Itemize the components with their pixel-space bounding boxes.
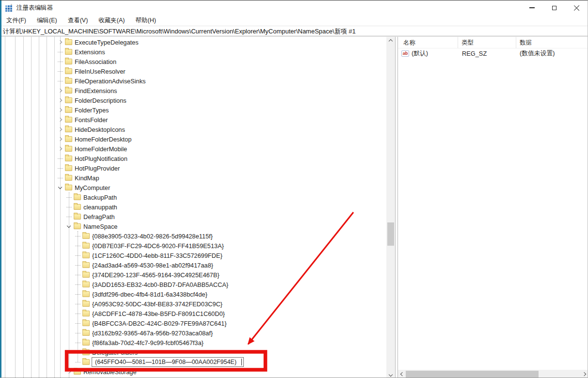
tree-item[interactable]: {088e3905-0323-4b02-9826-5d99428e115f} (0, 231, 386, 241)
tree-item[interactable]: HomeFolderDesktop (0, 134, 386, 144)
tree-item[interactable]: {d3162b92-9365-467a-956b-92703aca08af} (0, 328, 386, 338)
folder-icon (65, 175, 72, 181)
tree-item-label: {24ad3ad4-a569-4530-98e1-ab02f9417aa8} (92, 262, 213, 269)
folder-icon (65, 97, 72, 103)
tree-item[interactable]: FolderDescriptions (0, 95, 386, 105)
tree-item[interactable]: Extensions (0, 47, 386, 57)
tree-item[interactable]: DefragPath (0, 212, 386, 221)
folder-icon (82, 301, 90, 307)
chevron-right-icon[interactable] (58, 40, 62, 44)
tree-item[interactable]: {3ADD1653-EB32-4cb0-BBD7-DFA0ABB5ACCA} (0, 280, 386, 289)
column-header-data[interactable]: 数据 (516, 37, 588, 48)
chevron-right-icon[interactable] (58, 137, 62, 141)
tree-item[interactable]: {f86fa3ab-70d2-4fc7-9c99-fcbf05467f3a} (0, 338, 386, 347)
folder-icon (65, 165, 72, 171)
tree-item[interactable]: {3dfdf296-dbec-4fb4-81d1-6a3438bcf4de} (0, 289, 386, 299)
tree-item-label: KindMap (75, 174, 99, 182)
tree-connector (75, 304, 80, 304)
folder-icon (74, 204, 81, 210)
tree-item[interactable]: cleanuppath (0, 202, 386, 212)
value-list-pane[interactable]: 名称 类型 数据 ab (默认) REG_SZ (数值未设置) (398, 37, 588, 378)
tree-item[interactable]: {374DE290-123F-4565-9164-39C4925E467B} (0, 270, 386, 280)
tree-vertical-scrollbar[interactable] (386, 37, 395, 378)
tree-item[interactable]: {A8CDFF1C-4878-43be-B5FD-F8091C1C60D0} (0, 309, 386, 318)
tree-item[interactable]: HotPlugNotification (0, 154, 386, 163)
tree-pane[interactable]: ExecuteTypeDelegatesExtensionsFileAssoci… (0, 37, 386, 378)
text-caret (241, 359, 242, 365)
list-header: 名称 类型 数据 (398, 37, 588, 48)
column-header-name[interactable]: 名称 (398, 37, 458, 48)
tree-item[interactable]: FileOperationAdviseSinks (0, 76, 386, 86)
tree-item[interactable]: NameSpace (0, 221, 386, 231)
scroll-right-button[interactable] (580, 370, 588, 378)
minimize-button[interactable] (521, 0, 543, 15)
chevron-right-icon[interactable] (67, 370, 71, 374)
chevron-right-icon[interactable] (58, 98, 62, 102)
folder-icon (65, 78, 72, 84)
tree-item[interactable]: BackupPath (0, 192, 386, 202)
chevron-right-icon[interactable] (58, 89, 62, 93)
value-row-default[interactable]: ab (默认) REG_SZ (数值未设置) (398, 48, 588, 58)
folder-icon (65, 59, 72, 64)
tree-item[interactable]: {24ad3ad4-a569-4530-98e1-ab02f9417aa8} (0, 260, 386, 270)
tree-item[interactable]: {B4BFCC3A-DB2C-424C-B029-7FE99A87C641} (0, 318, 386, 328)
menu-favorites[interactable]: 收藏夹(A) (93, 15, 130, 26)
tree-item[interactable]: MyComputer (0, 183, 386, 192)
tree-item[interactable]: HotPlugProvider (0, 163, 386, 173)
tree-item[interactable]: HideDesktopIcons (0, 125, 386, 134)
maximize-button[interactable] (543, 0, 565, 15)
tree-item[interactable]: HomeFolderMobile (0, 144, 386, 154)
folder-icon (82, 311, 90, 316)
tree-item-label: RemovableStorage (83, 368, 137, 376)
vertical-scrollbar-thumb[interactable] (387, 222, 394, 246)
tree-connector (58, 52, 63, 52)
tree-item[interactable]: {A0953C92-50DC-43bf-BE83-3742FED03C9C} (0, 299, 386, 309)
tree-item[interactable]: RemovableStorage (0, 367, 386, 377)
list-horizontal-scrollbar[interactable] (398, 370, 588, 378)
tree-item-label: DelegateFolders (92, 349, 138, 356)
scroll-up-button[interactable] (386, 37, 395, 45)
tree-item[interactable]: ExecuteTypeDelegates (0, 37, 386, 47)
tree-item[interactable]: DelegateFolders (0, 347, 386, 357)
close-icon (573, 5, 579, 11)
tree-item[interactable]: FileAssociation (0, 57, 386, 66)
tree-item-label: BackupPath (83, 194, 117, 201)
chevron-down-icon[interactable] (58, 185, 62, 189)
scroll-down-button[interactable] (386, 370, 395, 378)
horizontal-scrollbar-thumb[interactable] (406, 371, 539, 378)
address-bar[interactable]: 计算机\HKEY_LOCAL_MACHINE\SOFTWARE\Microsof… (0, 26, 588, 36)
tree-item-editing[interactable]: (645FFO40—5081—101B—9F08—00AA002F954E) (0, 357, 386, 367)
tree-item[interactable]: FolderTypes (0, 105, 386, 115)
tree-item[interactable]: {0DB7E03F-FC29-4DC6-9020-FF41B59E513A} (0, 241, 386, 251)
chevron-right-icon[interactable] (58, 147, 62, 151)
chevron-down-icon[interactable] (67, 224, 71, 228)
folder-icon (82, 340, 90, 346)
menu-file[interactable]: 文件(F) (1, 15, 32, 26)
tree-item[interactable]: FileInUseResolver (0, 66, 386, 76)
tree-item[interactable]: KindMap (0, 173, 386, 183)
tree-item-label: HomeFolderDesktop (75, 136, 131, 143)
tree-connector (75, 323, 80, 324)
tree-item-label: MyComputer (75, 184, 110, 191)
folder-icon (65, 68, 72, 74)
chevron-left-icon (400, 372, 404, 376)
close-button[interactable] (565, 0, 588, 15)
chevron-right-icon[interactable] (58, 127, 62, 131)
folder-icon (65, 126, 72, 132)
tree-item[interactable]: {1CF1260C-4DD0-4ebb-811F-33C572699FDE} (0, 251, 386, 260)
scroll-left-button[interactable] (398, 370, 406, 378)
column-header-type[interactable]: 类型 (458, 37, 516, 48)
rename-edit-field[interactable]: (645FFO40—5081—101B—9F08—00AA002F954E) (92, 357, 244, 367)
folder-icon (65, 146, 72, 152)
tree-item-label: {d3162b92-9365-467a-956b-92703aca08af} (92, 330, 213, 337)
menu-edit[interactable]: 编辑(E) (32, 15, 63, 26)
tree-connector (75, 265, 80, 266)
tree-item[interactable]: FontsFolder (0, 115, 386, 125)
chevron-right-icon[interactable] (58, 108, 62, 112)
title-bar[interactable]: 注册表编辑器 (0, 0, 588, 15)
menu-help[interactable]: 帮助(H) (130, 15, 161, 26)
chevron-right-icon[interactable] (58, 118, 62, 122)
menu-view[interactable]: 查看(V) (63, 15, 94, 26)
tree-item[interactable]: FindExtensions (0, 86, 386, 95)
tree-item-label: FolderDescriptions (75, 97, 127, 104)
